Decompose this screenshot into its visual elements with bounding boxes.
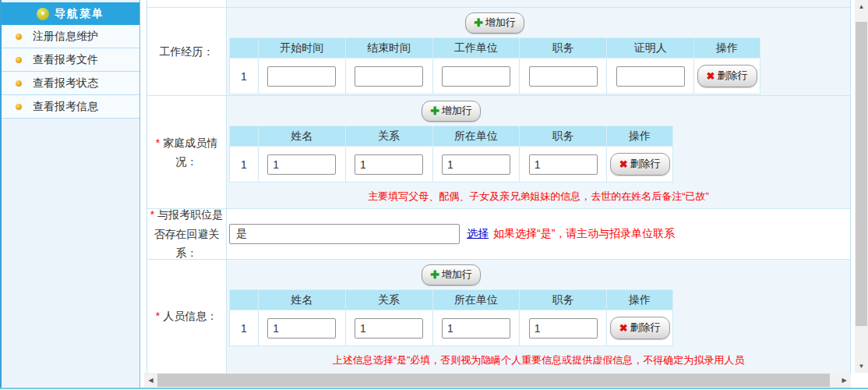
column-header: 关系 [345, 126, 432, 147]
sidebar-item-exam-info[interactable]: 查看报考信息 [2, 95, 139, 119]
field-label-family: *家庭成员情 况： [147, 96, 227, 208]
column-header: 所在单位 [432, 290, 520, 310]
form-row-work-experience: 工作经历： ✚ 增加行 开始时间 结束时间 工作单位 职务 [147, 8, 850, 96]
delete-row-label: 删除行 [630, 321, 661, 335]
delete-icon: ✖ [619, 323, 628, 333]
scroll-left-button[interactable]: ◀ [144, 373, 157, 388]
field-label-text: 况： [175, 155, 197, 168]
scroll-right-button[interactable]: ▶ [838, 373, 851, 388]
form-row-partial [147, 0, 850, 8]
sidebar-item-exam-files[interactable]: 查看报考文件 [2, 48, 139, 72]
field-label-text: 与报考职位是 [157, 208, 223, 221]
sidebar-item-label: 注册信息维护 [33, 30, 98, 44]
field-label-text: 人员信息： [163, 310, 217, 322]
column-header: 姓名 [258, 126, 345, 147]
family-relation-input[interactable] [355, 154, 423, 175]
scroll-down-button[interactable]: ▼ [855, 360, 868, 373]
person-info-table: 姓名 关系 所在单位 职务 操作 1 [229, 289, 673, 346]
family-name-input[interactable] [267, 154, 336, 175]
delete-icon: ✖ [707, 71, 715, 81]
horizontal-scrollbar-thumb[interactable] [157, 374, 830, 387]
field-label-text: 家庭成员情 [163, 136, 217, 149]
column-header: 开始时间 [258, 38, 345, 58]
table-row: 1 ✖ 删除行 [230, 310, 673, 346]
bullet-icon [16, 57, 22, 63]
vertical-scrollbar[interactable]: ▲ ▼ [855, 0, 868, 373]
work-position-input[interactable] [529, 66, 598, 87]
person-relation-input[interactable] [355, 318, 423, 339]
table-header-row: 姓名 关系 所在单位 职务 操作 [230, 126, 673, 147]
family-position-input[interactable] [529, 154, 598, 175]
row-number: 1 [230, 147, 259, 183]
sidebar-item-label: 查看报考信息 [33, 100, 98, 114]
vertical-scrollbar-thumb[interactable] [856, 22, 867, 326]
page-bottom-border [0, 388, 868, 389]
column-header: 所在单位 [432, 126, 520, 147]
person-name-input[interactable] [267, 318, 336, 339]
work-unit-input[interactable] [442, 66, 510, 87]
row-number-header [230, 290, 259, 310]
delete-icon: ✖ [619, 159, 628, 169]
add-row-label: 增加行 [442, 268, 472, 282]
field-content-avoidance: 选择 如果选择“是”，请主动与招录单位联系 [227, 209, 850, 259]
column-header: 操作 [607, 290, 673, 310]
column-header: 证明人 [607, 38, 694, 58]
required-asterisk: * [156, 136, 160, 149]
work-experience-table: 开始时间 结束时间 工作单位 职务 证明人 操作 1 [229, 37, 760, 94]
field-label-text: 否存在回避关系： [154, 228, 220, 260]
column-header: 工作单位 [432, 38, 520, 58]
row-number-header [230, 126, 259, 147]
sidebar-item-label: 查看报考文件 [33, 53, 98, 67]
table-row: 1 ✖ 删除行 [230, 147, 673, 183]
sidebar-title: 导航菜单 [55, 7, 104, 21]
field-content-person: ✚ 增加行 姓名 关系 所在单位 职务 操作 1 [227, 260, 850, 373]
field-label-cell [147, 0, 227, 7]
work-end-time-input[interactable] [355, 66, 423, 87]
delete-row-button[interactable]: ✖ 删除行 [610, 153, 670, 176]
delete-row-label: 删除行 [718, 69, 748, 83]
sidebar-header[interactable]: ▼ 导航菜单 [2, 2, 139, 25]
bullet-icon [16, 104, 22, 110]
table-header-row: 姓名 关系 所在单位 职务 操作 [230, 290, 673, 310]
add-row-button[interactable]: ✚ 增加行 [422, 264, 481, 285]
horizontal-scrollbar[interactable]: ◀ ▶ [144, 373, 851, 388]
add-row-button[interactable]: ✚ 增加行 [465, 12, 524, 34]
person-position-input[interactable] [529, 318, 598, 339]
sidebar-item-label: 查看报考状态 [33, 76, 98, 90]
form-row-person-info: *人员信息： ✚ 增加行 姓名 关系 所在单位 职务 [147, 260, 850, 373]
sidebar-item-exam-status[interactable]: 查看报考状态 [2, 72, 139, 95]
table-row: 1 ✖ 删除行 [230, 58, 760, 94]
field-label-work: 工作经历： [147, 8, 227, 95]
person-unit-input[interactable] [442, 318, 510, 339]
form-row-family-members: *家庭成员情 况： ✚ 增加行 姓名 关系 所在单位 [147, 96, 850, 209]
delete-row-button[interactable]: ✖ 删除行 [610, 317, 670, 339]
family-note-text: 主要填写父母、配偶、子女及亲兄弟姐妹的信息，去世的在姓名后备注“已故” [227, 190, 850, 204]
required-asterisk: * [150, 208, 154, 221]
field-label-text: 工作经历： [160, 45, 214, 58]
work-reference-input[interactable] [616, 66, 685, 87]
column-header: 姓名 [258, 290, 345, 310]
column-header: 操作 [607, 126, 673, 147]
avoidance-relation-input[interactable] [229, 224, 460, 244]
delete-row-button[interactable]: ✖ 删除行 [697, 65, 757, 87]
sidebar: ▼ 导航菜单 注册信息维护 查看报考文件 查看报考状态 查看报考信息 [0, 0, 140, 388]
choose-link[interactable]: 选择 [467, 227, 489, 241]
column-header: 操作 [694, 38, 760, 58]
work-start-time-input[interactable] [267, 66, 336, 87]
column-header: 关系 [345, 290, 432, 310]
add-row-button[interactable]: ✚ 增加行 [422, 101, 481, 122]
field-label-person: *人员信息： [147, 260, 227, 373]
family-unit-input[interactable] [442, 154, 510, 175]
field-content-cell [227, 0, 850, 7]
column-header: 职务 [520, 38, 607, 58]
add-row-label: 增加行 [442, 104, 472, 118]
field-content-work: ✚ 增加行 开始时间 结束时间 工作单位 职务 证明人 操作 [227, 8, 850, 95]
form-row-avoidance-relation: *与报考职位是 否存在回避关系： 选择 如果选择“是”，请主动与招录单位联系 [147, 209, 850, 260]
row-number: 1 [230, 58, 259, 94]
sidebar-menu: 注册信息维护 查看报考文件 查看报考状态 查看报考信息 [2, 25, 139, 119]
sidebar-item-register-info[interactable]: 注册信息维护 [2, 25, 139, 48]
row-number: 1 [230, 310, 259, 346]
scroll-up-button[interactable]: ▲ [855, 0, 868, 13]
row-number-header [230, 38, 259, 58]
field-label-avoidance: *与报考职位是 否存在回避关系： [147, 209, 227, 259]
